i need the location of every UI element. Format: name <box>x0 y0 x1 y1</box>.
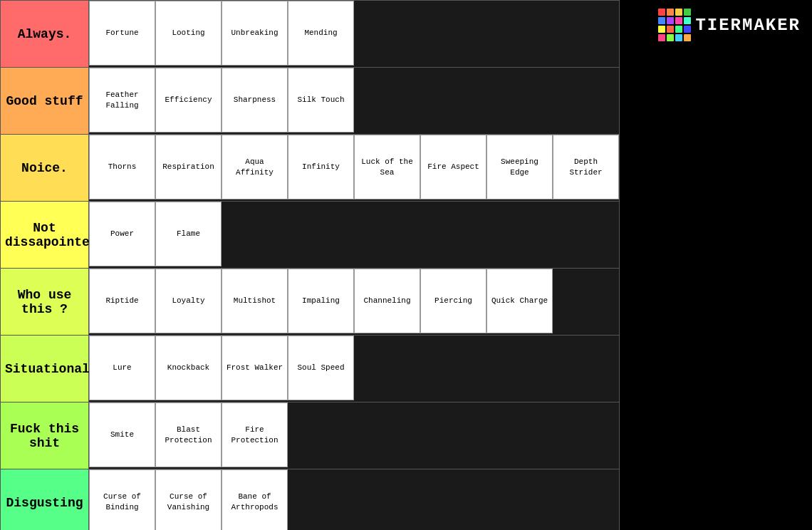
tier-label-situational: Situational <box>1 336 89 402</box>
item-who-2: Multishot <box>222 269 288 333</box>
logo-cell-3 <box>684 9 691 16</box>
logo-cell-13 <box>667 34 674 41</box>
logo-cell-6 <box>675 17 682 24</box>
page-wrapper: Always.FortuneLootingUnbreakingMendingGo… <box>0 0 812 530</box>
item-always-0: Fortune <box>89 1 155 66</box>
tier-items-disgusting: Curse of BindingCurse of VanishingBane o… <box>89 469 620 531</box>
tier-label-disgusting: Disgusting <box>1 469 89 531</box>
item-situational-2: Frost Walker <box>222 336 288 400</box>
logo-cell-8 <box>658 26 665 33</box>
logo-cell-5 <box>667 17 674 24</box>
logo-cell-1 <box>667 9 674 16</box>
tier-label-good: Good stuff <box>1 68 89 135</box>
tier-row-not: Not dissapointedPowerFlame <box>1 202 620 269</box>
tier-label-always: Always. <box>1 1 89 68</box>
item-who-3: Impaling <box>288 269 354 333</box>
tier-row-situational: SituationalLureKnockbackFrost WalkerSoul… <box>1 336 620 402</box>
tier-items-situational: LureKnockbackFrost WalkerSoul Speed <box>89 336 620 402</box>
item-noice-2: Aqua Affinity <box>222 135 288 199</box>
item-situational-3: Soul Speed <box>288 336 354 400</box>
item-fuck-1: Blast Protection <box>155 402 222 467</box>
item-good-0: Feather Falling <box>89 68 155 132</box>
item-noice-5: Fire Aspect <box>420 135 486 199</box>
item-disgusting-2: Bane of Arthropods <box>222 469 288 530</box>
logo-cell-7 <box>684 17 691 24</box>
tier-table: Always.FortuneLootingUnbreakingMendingGo… <box>0 0 620 530</box>
right-panel: ​TiERMAKER <box>620 0 812 530</box>
tier-row-noice: Noice.ThornsRespirationAqua AffinityInfi… <box>1 135 620 202</box>
logo-cell-2 <box>675 9 682 16</box>
item-good-3: Silk Touch <box>288 68 354 132</box>
item-always-2: Unbreaking <box>222 1 288 66</box>
item-who-1: Loyalty <box>155 269 222 333</box>
logo-cell-11 <box>684 26 691 33</box>
item-situational-1: Knockback <box>155 336 222 400</box>
logo-cell-9 <box>667 26 674 33</box>
item-noice-0: Thorns <box>89 135 155 199</box>
logo-cell-0 <box>658 9 665 16</box>
tier-items-always: FortuneLootingUnbreakingMending <box>89 1 620 68</box>
item-good-2: Sharpness <box>222 68 288 132</box>
tier-items-good: Feather FallingEfficiencySharpnessSilk T… <box>89 68 620 135</box>
item-not-0: Power <box>89 202 155 266</box>
logo-cell-12 <box>658 34 665 41</box>
tier-row-disgusting: DisgustingCurse of BindingCurse of Vanis… <box>1 469 620 531</box>
item-who-6: Quick Charge <box>486 269 553 333</box>
logo-cell-10 <box>675 26 682 33</box>
tier-items-noice: ThornsRespirationAqua AffinityInfinityLu… <box>89 135 620 202</box>
tier-row-good: Good stuffFeather FallingEfficiencySharp… <box>1 68 620 135</box>
item-always-1: Looting <box>155 1 222 66</box>
item-noice-1: Respiration <box>155 135 222 199</box>
tier-items-not: PowerFlame <box>89 202 620 269</box>
logo-cell-15 <box>684 34 691 41</box>
item-always-3: Mending <box>288 1 354 66</box>
tier-label-not: Not dissapointed <box>1 202 89 269</box>
tier-items-fuck: SmiteBlast ProtectionFire Protection <box>89 402 620 469</box>
item-noice-4: Luck of the Sea <box>354 135 420 199</box>
tier-table-section: Always.FortuneLootingUnbreakingMendingGo… <box>0 0 620 530</box>
logo-text: ​TiERMAKER <box>695 16 801 35</box>
item-fuck-2: Fire Protection <box>222 402 288 467</box>
logo-cell-4 <box>658 17 665 24</box>
item-who-0: Riptide <box>89 269 155 333</box>
tier-row-fuck: Fuck this shitSmiteBlast ProtectionFire … <box>1 402 620 469</box>
logo-cell-14 <box>675 34 682 41</box>
item-disgusting-0: Curse of Binding <box>89 469 155 530</box>
logo-area: ​TiERMAKER <box>658 9 801 41</box>
item-situational-0: Lure <box>89 336 155 400</box>
item-noice-6: Sweeping Edge <box>486 135 553 199</box>
item-good-1: Efficiency <box>155 68 222 132</box>
tier-label-fuck: Fuck this shit <box>1 402 89 469</box>
tier-label-who: Who use this ? <box>1 269 89 336</box>
tier-row-who: Who use this ?RiptideLoyaltyMultishotImp… <box>1 269 620 336</box>
tier-items-who: RiptideLoyaltyMultishotImpalingChannelin… <box>89 269 620 336</box>
item-who-4: Channeling <box>354 269 420 333</box>
item-not-1: Flame <box>155 202 222 266</box>
item-disgusting-1: Curse of Vanishing <box>155 469 222 530</box>
item-noice-7: Depth Strider <box>553 135 619 199</box>
tier-row-always: Always.FortuneLootingUnbreakingMending <box>1 1 620 68</box>
item-who-5: Piercing <box>420 269 486 333</box>
item-noice-3: Infinity <box>288 135 354 199</box>
tier-label-noice: Noice. <box>1 135 89 202</box>
logo-grid <box>658 9 691 41</box>
item-fuck-0: Smite <box>89 402 155 467</box>
